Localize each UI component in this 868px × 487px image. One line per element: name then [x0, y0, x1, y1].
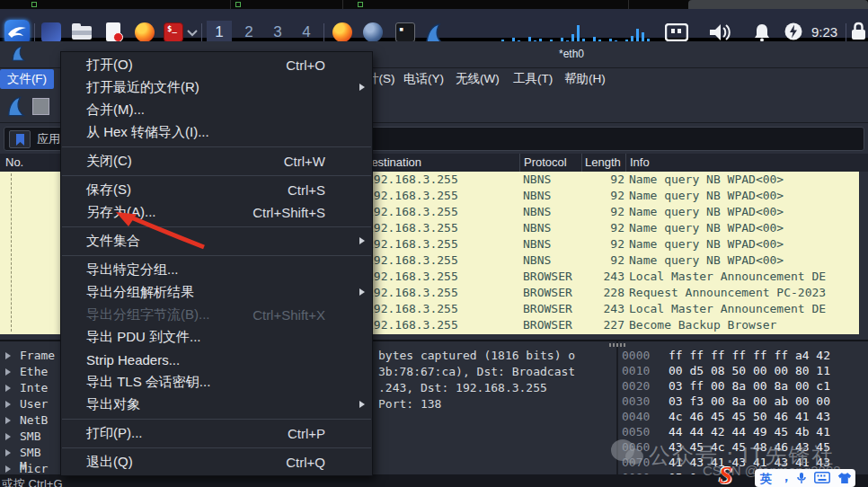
menu-item-export-specified[interactable]: 导出特定分组...	[61, 259, 372, 281]
firefox-window-button[interactable]	[332, 22, 352, 42]
ime-mode-toggle[interactable]: 英	[760, 471, 772, 487]
chevron-down-icon[interactable]	[186, 29, 199, 37]
hex-row[interactable]: 0000ff ff ff ff ff ff a4 42	[622, 349, 650, 364]
menu-item-export-dissections[interactable]: 导出分组解析结果	[61, 281, 372, 304]
folder-launcher[interactable]	[72, 22, 92, 42]
expand-icon[interactable]	[5, 385, 11, 392]
menu-item-open-recent[interactable]: 打开最近的文件(R)	[61, 76, 372, 99]
filter-bookmark-button[interactable]	[9, 130, 31, 148]
wireshark-fin-icon	[11, 43, 26, 64]
packet-list-scrollbar[interactable]	[859, 172, 868, 334]
tree-label: User	[20, 397, 48, 411]
menu-item-strip-headers[interactable]: Strip Headers...	[61, 349, 372, 371]
hex-row[interactable]: 006043 45 4c 45 48 46 43 45	[622, 440, 650, 456]
cell-destination: 192.168.3.255	[367, 205, 458, 218]
hex-row[interactable]: 00404c 46 45 45 50 46 41 43	[622, 410, 650, 425]
network-port-icon[interactable]	[665, 23, 688, 41]
menu-item-quit[interactable]: 退出(Q)Ctrl+Q	[61, 451, 372, 474]
hex-offset: 0010	[622, 364, 650, 377]
terminal-prompt-icon: ▪	[399, 24, 403, 33]
cell-protocol: NBNS	[523, 237, 551, 251]
cell-protocol: BROWSER	[523, 286, 572, 299]
cell-destination: 192.168.3.255	[367, 237, 458, 251]
cell-destination: 192.168.3.255	[367, 286, 458, 299]
sogou-logo[interactable]: S	[719, 462, 732, 487]
hex-row[interactable]: 001000 d5 08 50 00 00 80 11	[622, 364, 650, 379]
hex-row[interactable]: 003003 f3 00 8a 00 ab 00 00	[622, 394, 650, 410]
menu-item-export-tls-keys[interactable]: 导出 TLS 会话密钥...	[61, 371, 372, 394]
column-protocol[interactable]: Protocol	[524, 155, 567, 169]
start-capture-fin-icon[interactable]	[6, 95, 26, 118]
menu-item-label: 导出分组解析结果	[86, 284, 194, 301]
cell-length: 92	[575, 173, 624, 186]
menu-shortcut: Ctrl+Shift+S	[252, 205, 325, 220]
expand-icon[interactable]	[5, 449, 11, 456]
cell-protocol: NBNS	[523, 221, 551, 235]
keyboard-icon[interactable]	[814, 472, 830, 483]
menu-item-export-objects[interactable]: 导出对象	[61, 394, 372, 416]
menu-item-label: 另存为(A)...	[86, 204, 156, 221]
ime-punctuation-toggle[interactable]: ，	[780, 469, 793, 485]
lock-icon[interactable]	[851, 22, 866, 41]
bookmark-icon	[16, 134, 24, 146]
terminal-tab-icon	[235, 2, 241, 7]
expand-icon[interactable]	[5, 417, 11, 424]
column-info[interactable]: Info	[630, 155, 650, 169]
cell-protocol: NBNS	[523, 173, 551, 186]
stop-capture-icon[interactable]	[32, 98, 49, 115]
menu-item-label: 保存(S)	[86, 182, 131, 199]
cell-length: 243	[575, 270, 624, 283]
microphone-icon[interactable]	[796, 472, 807, 484]
clock[interactable]: 9:23	[811, 24, 837, 40]
wireshark-window-button[interactable]	[424, 22, 444, 42]
column-no[interactable]: No.	[5, 155, 23, 169]
cell-length: 227	[575, 318, 624, 332]
menu-item-save-as[interactable]: 另存为(A)...Ctrl+Shift+S	[61, 201, 372, 224]
expand-icon[interactable]	[5, 401, 11, 408]
hex-row[interactable]: 005044 44 42 44 49 45 4b 41	[622, 425, 650, 440]
menu-wireless[interactable]: 无线(W)	[456, 71, 500, 87]
document-launcher[interactable]	[104, 22, 124, 42]
menu-shortcut: Ctrl+Q	[286, 455, 325, 470]
menu-item-export-pdu[interactable]: 导出 PDU 到文件...	[61, 326, 372, 349]
hex-row[interactable]: 007041 43 41 43 41 43 41 43	[622, 456, 650, 471]
browser-window-button[interactable]	[363, 22, 383, 42]
menu-help[interactable]: 帮助(H)	[564, 71, 606, 87]
menu-item-merge[interactable]: 合并(M)...	[61, 99, 372, 121]
splitter-grip[interactable]	[609, 343, 625, 347]
menu-item-save[interactable]: 保存(S)Ctrl+S	[61, 179, 372, 201]
terminal-window-button[interactable]: ▪	[395, 22, 415, 42]
menu-tools[interactable]: 工具(T)	[513, 71, 553, 87]
firefox-launcher[interactable]	[135, 22, 155, 42]
terminal-launcher[interactable]: $_	[164, 22, 183, 42]
menu-item-print[interactable]: 打印(P)...Ctrl+P	[61, 422, 372, 445]
cell-info: Become Backup Browser	[629, 318, 776, 332]
menu-item-close[interactable]: 关闭(C)Ctrl+W	[61, 150, 372, 173]
skin-shirt-icon[interactable]	[837, 472, 852, 484]
hex-row[interactable]: 002003 ff 00 8a 00 8a 00 c1	[622, 379, 650, 394]
expand-icon[interactable]	[5, 433, 11, 440]
cell-length: 92	[575, 189, 624, 202]
expand-icon[interactable]	[5, 465, 11, 473]
menu-item-file-set[interactable]: 文件集合	[61, 230, 372, 252]
menu-shortcut: Ctrl+Shift+X	[252, 307, 325, 323]
cell-length: 228	[575, 286, 624, 299]
column-length[interactable]: Length	[585, 155, 621, 169]
menu-shortcut: Ctrl+P	[288, 426, 325, 441]
file-manager-launcher[interactable]	[41, 22, 61, 42]
globe-icon	[363, 22, 383, 42]
notification-bell-icon[interactable]	[753, 22, 771, 42]
submenu-arrow-icon	[359, 401, 365, 408]
power-manager-icon[interactable]	[784, 22, 803, 41]
expand-icon[interactable]	[5, 368, 11, 376]
menu-item-import-hex[interactable]: 从 Hex 转储导入(I)...	[61, 121, 372, 144]
window-title: *eth0	[559, 48, 584, 60]
expand-icon[interactable]	[5, 352, 11, 359]
cell-protocol: BROWSER	[523, 302, 572, 315]
menu-file[interactable]: 文件(F)	[0, 69, 54, 89]
menu-item-open[interactable]: 打开(O)Ctrl+O	[61, 54, 372, 76]
menu-item-label: 关闭(C)	[86, 153, 132, 170]
volume-icon[interactable]	[708, 22, 731, 42]
pane-splitter[interactable]	[616, 341, 618, 476]
menu-telephony[interactable]: 电话(Y)	[403, 71, 444, 87]
